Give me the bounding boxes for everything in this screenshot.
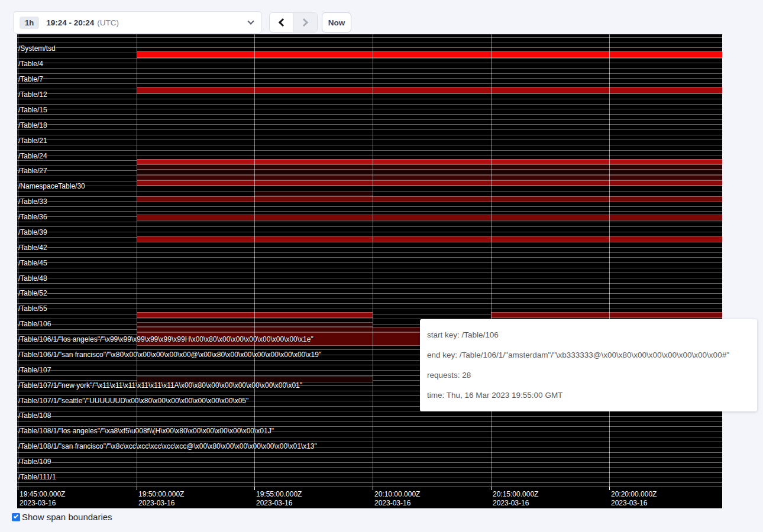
row-label: /Table/15 bbox=[18, 106, 47, 114]
row-label: /System/tsd bbox=[18, 44, 56, 53]
span-boundary-line bbox=[17, 457, 722, 458]
axis-tick-label: 19:45:00.000Z2023-03-16 bbox=[20, 490, 65, 507]
span-boundary-line bbox=[17, 226, 722, 227]
row-label: /Table/42 bbox=[18, 244, 47, 252]
heat-band bbox=[137, 87, 722, 93]
axis-tick bbox=[373, 486, 373, 490]
span-boundary-line bbox=[17, 68, 722, 69]
span-boundary-line bbox=[17, 421, 722, 422]
prev-range-button[interactable] bbox=[270, 13, 293, 32]
span-boundary-line bbox=[17, 472, 722, 473]
span-boundary-line bbox=[17, 186, 722, 186]
row-label: /NamespaceTable/30 bbox=[18, 182, 85, 190]
span-boundary-line bbox=[17, 309, 722, 309]
axis-tick bbox=[609, 486, 610, 490]
row-label: /Table/109 bbox=[18, 458, 51, 466]
span-boundary-line bbox=[17, 145, 722, 145]
time-gridline bbox=[254, 34, 255, 486]
axis-tick-label: 19:50:00.000Z2023-03-16 bbox=[138, 490, 184, 507]
row-label: /Table/7 bbox=[18, 75, 43, 83]
row-label: /Table/33 bbox=[18, 197, 47, 206]
axis-tick bbox=[254, 486, 255, 490]
span-boundary-line bbox=[17, 211, 722, 212]
time-range-dropdown[interactable]: 1h 19:24 - 20:24 (UTC) bbox=[13, 11, 262, 34]
chevron-right-icon bbox=[300, 18, 308, 27]
span-boundary-line bbox=[17, 124, 722, 125]
axis-tick bbox=[137, 486, 137, 490]
span-boundary-line bbox=[17, 150, 722, 151]
row-label: /Table/106/1/"san francisco"/"\x80\x00\x… bbox=[18, 351, 321, 359]
range-timezone: (UTC) bbox=[97, 18, 119, 27]
span-boundary-line bbox=[17, 288, 722, 288]
row-label: /Table/12 bbox=[18, 90, 47, 99]
span-boundary-line bbox=[17, 99, 722, 99]
tooltip-requests: requests: 28 bbox=[427, 365, 750, 385]
span-boundary-line bbox=[17, 83, 722, 84]
span-boundary-line bbox=[17, 114, 722, 115]
tooltip-start-key: start key: /Table/106 bbox=[427, 325, 750, 345]
row-label: /Table/39 bbox=[18, 228, 47, 236]
axis-tick-label: 20:10:00.000Z2023-03-16 bbox=[374, 490, 420, 507]
row-label: /Table/4 bbox=[18, 60, 43, 68]
row-label: /Table/52 bbox=[18, 289, 47, 297]
heat-band bbox=[137, 312, 373, 318]
span-boundary-line bbox=[17, 293, 722, 294]
time-gridline bbox=[373, 34, 373, 486]
heat-band bbox=[137, 164, 722, 170]
next-range-button-disabled[interactable] bbox=[293, 13, 317, 32]
heat-band bbox=[137, 51, 722, 58]
span-boundary-line bbox=[17, 37, 722, 38]
span-boundary-line bbox=[17, 262, 722, 263]
span-boundary-line bbox=[17, 93, 722, 94]
time-gridline bbox=[491, 34, 492, 486]
row-label: /Table/108/1/"los angeles"/"\xa8\xf5\u00… bbox=[18, 427, 274, 435]
span-boundary-line bbox=[17, 206, 722, 207]
span-boundary-line bbox=[17, 119, 722, 120]
heat-band bbox=[254, 191, 373, 196]
span-boundary-line bbox=[17, 232, 722, 232]
heat-band bbox=[137, 180, 722, 186]
span-boundary-line bbox=[17, 104, 722, 105]
row-label: /Table/36 bbox=[18, 213, 47, 221]
row-label: /Table/106/1/"los angeles"/"\x99\x99\x99… bbox=[18, 335, 313, 343]
axis-tick-label: 20:20:00.000Z2023-03-16 bbox=[611, 490, 657, 507]
heat-band bbox=[137, 196, 722, 202]
axis-tick-label: 20:15:00.000Z2023-03-16 bbox=[493, 490, 538, 507]
span-boundary-line bbox=[17, 283, 722, 284]
footer: Show span boundaries bbox=[12, 512, 112, 522]
row-label: /Table/108/1/"san francisco"/"\x8c\xcc\x… bbox=[18, 442, 317, 450]
key-visualizer-heatmap: /System/tsd/Table/4/Table/7/Table/12/Tab… bbox=[17, 34, 722, 508]
span-boundary-line bbox=[17, 257, 722, 258]
heat-band bbox=[137, 175, 722, 180]
show-span-boundaries-label: Show span boundaries bbox=[22, 512, 112, 522]
span-boundary-line bbox=[17, 78, 722, 79]
time-pager bbox=[269, 12, 318, 33]
hover-tooltip: start key: /Table/106 end key: /Table/10… bbox=[420, 319, 757, 411]
tooltip-time: time: Thu, 16 Mar 2023 19:55:00 GMT bbox=[427, 385, 750, 406]
heat-band bbox=[137, 170, 722, 175]
row-label: /Table/55 bbox=[18, 304, 47, 313]
span-boundary-line bbox=[17, 268, 722, 268]
span-boundary-line bbox=[17, 135, 722, 135]
span-boundary-line bbox=[17, 252, 722, 253]
span-boundary-line bbox=[17, 416, 722, 417]
span-boundary-line bbox=[17, 482, 722, 483]
span-boundary-line bbox=[17, 452, 722, 453]
chevron-left-icon bbox=[278, 18, 286, 27]
now-button[interactable]: Now bbox=[322, 12, 351, 33]
span-boundary-line bbox=[17, 43, 722, 43]
span-boundary-line bbox=[17, 47, 722, 48]
span-boundary-line bbox=[17, 467, 722, 468]
heatmap-plot[interactable]: /System/tsd/Table/4/Table/7/Table/12/Tab… bbox=[17, 34, 722, 486]
span-boundary-line bbox=[17, 222, 722, 222]
show-span-boundaries-checkbox[interactable] bbox=[12, 513, 20, 521]
heat-band bbox=[137, 215, 722, 220]
heat-band bbox=[137, 159, 722, 164]
span-boundary-line bbox=[17, 273, 722, 273]
row-label: /Table/107/1/"new york"/"\x11\x11\x11\x1… bbox=[18, 381, 302, 390]
span-boundary-line bbox=[17, 129, 722, 130]
row-label: /Table/48 bbox=[18, 274, 47, 283]
span-boundary-line bbox=[17, 247, 722, 248]
key-visualizer-page: 1h 19:24 - 20:24 (UTC) Now /System/tsd/T… bbox=[0, 0, 763, 532]
row-label: /Table/27 bbox=[18, 167, 47, 175]
